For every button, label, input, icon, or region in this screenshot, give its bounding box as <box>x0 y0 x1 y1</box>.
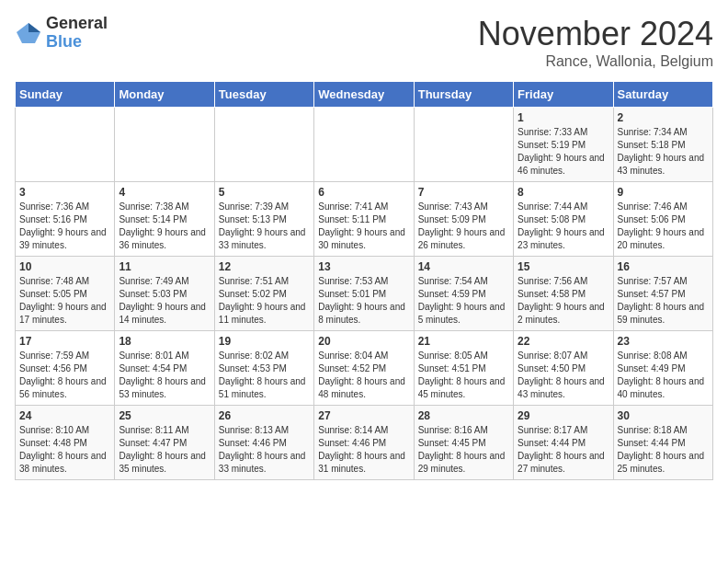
day-info: Sunrise: 7:46 AM Sunset: 5:06 PM Dayligh… <box>618 201 709 252</box>
day-info: Sunrise: 7:39 AM Sunset: 5:13 PM Dayligh… <box>219 201 310 252</box>
day-number: 2 <box>618 111 709 124</box>
day-info: Sunrise: 8:11 AM Sunset: 4:47 PM Dayligh… <box>119 424 210 476</box>
calendar-cell <box>16 108 115 182</box>
calendar-cell <box>115 108 214 182</box>
calendar-week-4: 17Sunrise: 7:59 AM Sunset: 4:56 PM Dayli… <box>16 331 713 406</box>
calendar-cell <box>214 108 313 182</box>
day-number: 3 <box>19 186 110 199</box>
calendar-cell: 14Sunrise: 7:54 AM Sunset: 4:59 PM Dayli… <box>414 257 513 331</box>
calendar-cell: 5Sunrise: 7:39 AM Sunset: 5:13 PM Daylig… <box>214 182 313 257</box>
day-number: 6 <box>318 186 409 199</box>
calendar-week-5: 24Sunrise: 8:10 AM Sunset: 4:48 PM Dayli… <box>16 406 713 480</box>
calendar-cell: 24Sunrise: 8:10 AM Sunset: 4:48 PM Dayli… <box>16 406 115 480</box>
calendar-week-2: 3Sunrise: 7:36 AM Sunset: 5:16 PM Daylig… <box>16 182 713 257</box>
day-info: Sunrise: 8:04 AM Sunset: 4:52 PM Dayligh… <box>318 350 409 401</box>
calendar-cell: 10Sunrise: 7:48 AM Sunset: 5:05 PM Dayli… <box>16 257 115 331</box>
day-number: 28 <box>418 409 509 422</box>
calendar-cell: 27Sunrise: 8:14 AM Sunset: 4:46 PM Dayli… <box>314 406 414 480</box>
calendar-cell: 11Sunrise: 7:49 AM Sunset: 5:03 PM Dayli… <box>115 257 214 331</box>
calendar-cell: 23Sunrise: 8:08 AM Sunset: 4:49 PM Dayli… <box>613 331 712 406</box>
day-header-tuesday: Tuesday <box>214 82 313 108</box>
day-number: 23 <box>618 335 709 348</box>
day-number: 12 <box>219 260 310 273</box>
day-info: Sunrise: 8:16 AM Sunset: 4:45 PM Dayligh… <box>418 424 509 476</box>
day-number: 17 <box>19 335 110 348</box>
day-info: Sunrise: 7:33 AM Sunset: 5:19 PM Dayligh… <box>518 126 609 178</box>
calendar-cell: 9Sunrise: 7:46 AM Sunset: 5:06 PM Daylig… <box>613 182 712 257</box>
day-number: 13 <box>318 260 409 273</box>
day-number: 10 <box>19 260 110 273</box>
day-info: Sunrise: 7:56 AM Sunset: 4:58 PM Dayligh… <box>518 275 609 327</box>
day-info: Sunrise: 7:41 AM Sunset: 5:11 PM Dayligh… <box>318 201 409 252</box>
calendar-cell: 21Sunrise: 8:05 AM Sunset: 4:51 PM Dayli… <box>414 331 513 406</box>
day-number: 11 <box>119 260 210 273</box>
day-number: 27 <box>318 409 409 422</box>
day-info: Sunrise: 7:59 AM Sunset: 4:56 PM Dayligh… <box>19 350 110 401</box>
day-info: Sunrise: 8:17 AM Sunset: 4:44 PM Dayligh… <box>518 424 609 476</box>
day-info: Sunrise: 7:44 AM Sunset: 5:08 PM Dayligh… <box>518 201 609 252</box>
day-info: Sunrise: 8:10 AM Sunset: 4:48 PM Dayligh… <box>19 424 110 476</box>
calendar-table: SundayMondayTuesdayWednesdayThursdayFrid… <box>15 81 713 480</box>
day-info: Sunrise: 8:13 AM Sunset: 4:46 PM Dayligh… <box>219 424 310 476</box>
day-number: 24 <box>19 409 110 422</box>
day-info: Sunrise: 7:36 AM Sunset: 5:16 PM Dayligh… <box>19 201 110 252</box>
calendar-week-3: 10Sunrise: 7:48 AM Sunset: 5:05 PM Dayli… <box>16 257 713 331</box>
calendar-cell: 18Sunrise: 8:01 AM Sunset: 4:54 PM Dayli… <box>115 331 214 406</box>
calendar-cell: 30Sunrise: 8:18 AM Sunset: 4:44 PM Dayli… <box>613 406 712 480</box>
logo: General Blue <box>15 15 108 52</box>
logo-blue: Blue <box>46 33 108 52</box>
calendar-cell <box>414 108 513 182</box>
month-title: November 2024 <box>478 15 713 53</box>
calendar-cell: 29Sunrise: 8:17 AM Sunset: 4:44 PM Dayli… <box>514 406 613 480</box>
day-number: 21 <box>418 335 509 348</box>
day-info: Sunrise: 7:54 AM Sunset: 4:59 PM Dayligh… <box>418 275 509 327</box>
day-number: 26 <box>219 409 310 422</box>
calendar-cell: 2Sunrise: 7:34 AM Sunset: 5:18 PM Daylig… <box>613 108 712 182</box>
day-header-wednesday: Wednesday <box>314 82 414 108</box>
calendar-cell: 3Sunrise: 7:36 AM Sunset: 5:16 PM Daylig… <box>16 182 115 257</box>
day-number: 20 <box>318 335 409 348</box>
day-info: Sunrise: 8:05 AM Sunset: 4:51 PM Dayligh… <box>418 350 509 401</box>
calendar-cell <box>314 108 414 182</box>
day-info: Sunrise: 7:51 AM Sunset: 5:02 PM Dayligh… <box>219 275 310 327</box>
day-header-sunday: Sunday <box>16 82 115 108</box>
day-info: Sunrise: 8:14 AM Sunset: 4:46 PM Dayligh… <box>318 424 409 476</box>
day-info: Sunrise: 8:08 AM Sunset: 4:49 PM Dayligh… <box>618 350 709 401</box>
logo-text: General Blue <box>46 15 108 52</box>
calendar-cell: 1Sunrise: 7:33 AM Sunset: 5:19 PM Daylig… <box>514 108 613 182</box>
subtitle: Rance, Wallonia, Belgium <box>478 53 713 70</box>
header: General Blue November 2024 Rance, Wallon… <box>15 15 713 70</box>
calendar-cell: 20Sunrise: 8:04 AM Sunset: 4:52 PM Dayli… <box>314 331 414 406</box>
calendar-cell: 13Sunrise: 7:53 AM Sunset: 5:01 PM Dayli… <box>314 257 414 331</box>
day-info: Sunrise: 7:48 AM Sunset: 5:05 PM Dayligh… <box>19 275 110 327</box>
day-info: Sunrise: 8:18 AM Sunset: 4:44 PM Dayligh… <box>618 424 709 476</box>
title-section: November 2024 Rance, Wallonia, Belgium <box>478 15 713 70</box>
calendar-cell: 22Sunrise: 8:07 AM Sunset: 4:50 PM Dayli… <box>514 331 613 406</box>
calendar-cell: 4Sunrise: 7:38 AM Sunset: 5:14 PM Daylig… <box>115 182 214 257</box>
day-number: 8 <box>518 186 609 199</box>
day-number: 7 <box>418 186 509 199</box>
calendar-cell: 26Sunrise: 8:13 AM Sunset: 4:46 PM Dayli… <box>214 406 313 480</box>
day-number: 25 <box>119 409 210 422</box>
day-header-thursday: Thursday <box>414 82 513 108</box>
day-number: 29 <box>518 409 609 422</box>
day-number: 18 <box>119 335 210 348</box>
calendar-cell: 8Sunrise: 7:44 AM Sunset: 5:08 PM Daylig… <box>514 182 613 257</box>
calendar-cell: 19Sunrise: 8:02 AM Sunset: 4:53 PM Dayli… <box>214 331 313 406</box>
day-info: Sunrise: 7:49 AM Sunset: 5:03 PM Dayligh… <box>119 275 210 327</box>
calendar-cell: 12Sunrise: 7:51 AM Sunset: 5:02 PM Dayli… <box>214 257 313 331</box>
day-number: 9 <box>618 186 709 199</box>
svg-marker-1 <box>28 23 40 32</box>
logo-icon <box>15 19 42 47</box>
day-info: Sunrise: 7:43 AM Sunset: 5:09 PM Dayligh… <box>418 201 509 252</box>
day-info: Sunrise: 7:34 AM Sunset: 5:18 PM Dayligh… <box>618 126 709 178</box>
day-number: 19 <box>219 335 310 348</box>
calendar-cell: 25Sunrise: 8:11 AM Sunset: 4:47 PM Dayli… <box>115 406 214 480</box>
calendar-cell: 15Sunrise: 7:56 AM Sunset: 4:58 PM Dayli… <box>514 257 613 331</box>
header-row: SundayMondayTuesdayWednesdayThursdayFrid… <box>16 82 713 108</box>
day-number: 4 <box>119 186 210 199</box>
day-info: Sunrise: 7:53 AM Sunset: 5:01 PM Dayligh… <box>318 275 409 327</box>
day-header-monday: Monday <box>115 82 214 108</box>
day-header-friday: Friday <box>514 82 613 108</box>
calendar-week-1: 1Sunrise: 7:33 AM Sunset: 5:19 PM Daylig… <box>16 108 713 182</box>
